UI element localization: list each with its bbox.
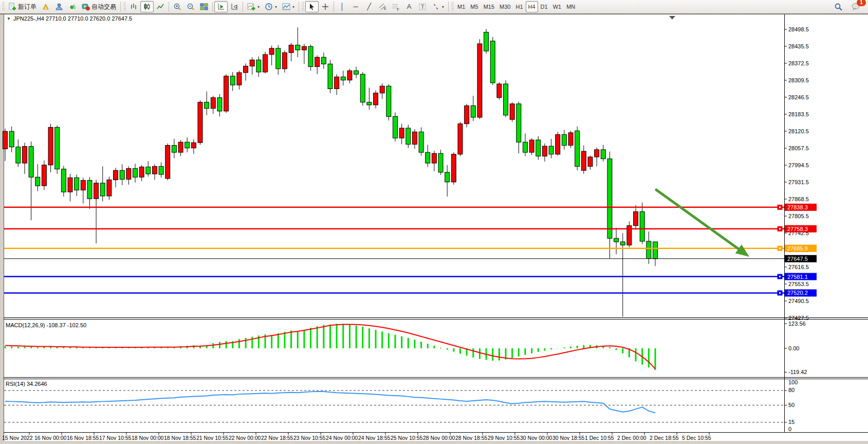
horizontal-line-button[interactable]: ─ [349,1,362,12]
rsi-axis-label: 0 [788,426,791,432]
indicators-dropdown-caret: ▾ [257,5,260,9]
time-axis-label: 24 Nov 00:00 [326,435,358,441]
price-axis-label: 28246.5 [788,94,809,100]
price-axis-label: 28498.5 [788,26,809,32]
timeframe-m15[interactable]: M15 [481,1,497,12]
svg-text:27520.2: 27520.2 [787,290,808,296]
toolbar-separator [243,2,243,12]
indicators-button[interactable]: ▾ [245,1,262,12]
candle [568,131,573,148]
candlestick-chart-button[interactable] [140,1,154,12]
time-axis-label: 18 Nov 00:00 [132,435,164,441]
time-axis-label: 23 Nov 10:55 [293,435,326,441]
time-axis-label: 2 Dec 00:00 [617,435,647,441]
symbol-ohlc-title: JPN225-,H4 27710.0 27710.0 27620.0 27647… [13,15,132,22]
timeframe-h1[interactable]: H1 [513,1,525,12]
svg-text:27758.3: 27758.3 [787,226,808,232]
time-axis-label: 29 Nov 10:55 [488,435,520,441]
candle [458,122,463,156]
metaeditor-button[interactable] [39,1,52,12]
window-left-edge[interactable] [0,14,4,444]
text-label-button[interactable]: T [416,1,429,12]
zoom-in-button[interactable] [171,1,184,12]
symbol-dropdown-caret[interactable]: ▼ [7,16,11,21]
timeframe-m5[interactable]: M5 [468,1,481,12]
candlestick-chart-icon [143,3,151,11]
arrows-tool-icon [432,3,440,11]
price-axis-label: 28372.5 [788,60,809,66]
horizontal-line-icon: ─ [352,3,360,11]
bar-chart-button[interactable] [127,1,140,12]
candle [497,82,502,100]
auto-scroll-button[interactable] [214,1,228,12]
rsi-axis-label: 15 [788,419,795,425]
signals-button[interactable] [66,1,79,12]
time-axis-label: 28 Nov 18:55 [455,435,488,441]
toolbar-separator [299,2,299,12]
toolbar-drag-handle [2,2,5,11]
svg-text:T: T [421,4,424,10]
zoom-out-button[interactable] [184,1,197,12]
line-chart-button[interactable] [154,1,167,12]
equidistant-channel-button[interactable]: E [376,1,389,12]
periods-button[interactable]: ▾ [262,1,280,12]
timeframe-d1[interactable]: D1 [538,1,550,12]
price-axis-label: 27805.5 [788,213,809,219]
time-axis-label: 5 Dec 10:55 [682,435,711,441]
autotrading-button[interactable]: 自动交易 [79,1,119,12]
timeframe-mn[interactable]: MN [564,1,578,12]
candle [328,60,333,93]
candle [386,84,391,121]
cursor-button[interactable] [305,1,319,12]
price-axis-label: 27616.5 [788,264,809,270]
chart-shift-button[interactable] [228,1,241,12]
new-order-icon [8,3,16,11]
tile-windows-button[interactable] [197,1,211,12]
price-axis-label: 28435.5 [788,43,809,49]
candle [575,127,580,170]
candle [393,113,398,142]
price-axis-label: 28309.5 [788,77,809,83]
community-button[interactable] [52,1,66,12]
time-axis-label: 22 Nov 00:00 [229,435,261,441]
arrows-tool-button[interactable]: ▾ [429,1,447,12]
trendline-button[interactable]: ╱ [362,1,376,12]
rsi-axis-label: 50 [788,402,795,408]
candle [536,136,541,160]
time-axis-label: 1 Dec 10:55 [585,435,614,441]
timeframe-m30[interactable]: M30 [497,1,513,12]
crosshair-button[interactable] [319,1,332,12]
rsi-axis-label: 80 [788,387,795,393]
svg-text:F: F [397,8,399,11]
time-axis-label: 17 Nov 10:55 [99,435,132,441]
svg-text:E: E [384,7,386,10]
time-axis-label: 21 Nov 10:55 [196,435,229,441]
timeframe-m1[interactable]: M1 [455,1,468,12]
candle [477,39,482,119]
arrows-dropdown-caret: ▾ [442,5,444,9]
macd-axis-label: 123.56 [788,321,806,327]
search-button[interactable] [832,1,845,12]
fibonacci-button[interactable]: F [389,1,402,12]
svg-text:27581.1: 27581.1 [787,274,808,280]
templates-button[interactable]: ▾ [280,1,297,12]
vertical-line-button[interactable]: │ [336,1,349,12]
notifications-button[interactable]: 1 [848,1,863,12]
cursor-icon [308,3,316,11]
price-badge: 27758.3 [785,225,817,233]
candle [48,124,53,172]
indicators-icon [247,3,255,11]
periods-dropdown-caret: ▾ [275,5,277,9]
new-order-button[interactable]: 新订单 [6,1,39,12]
chart-shift-icon [230,3,238,11]
new-order-label: 新订单 [18,3,36,11]
candle [484,29,489,54]
macd-axis-label: 0.00 [788,345,799,351]
text-button[interactable]: A [402,1,416,12]
timeframe-h4[interactable]: H4 [526,1,538,12]
text-icon: A [405,3,413,11]
timeframe-w1[interactable]: W1 [550,1,564,12]
candle [504,80,508,117]
time-axis-label: 16 Nov 00:00 [34,435,67,441]
tile-windows-icon [200,3,208,11]
